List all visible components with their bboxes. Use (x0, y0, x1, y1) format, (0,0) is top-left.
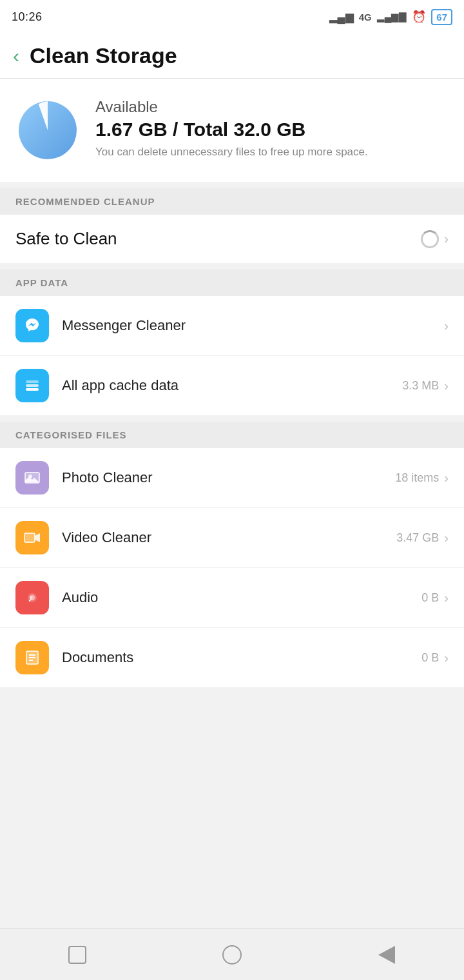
section-header-appdata: App Data (0, 270, 464, 296)
safe-to-clean-row[interactable]: Safe to Clean › (0, 215, 464, 263)
audio-value: 0 B (421, 591, 439, 605)
messenger-cleaner-icon (15, 309, 49, 342)
photo-cleaner-icon (15, 461, 49, 495)
messenger-cleaner-label: Messenger Cleaner (62, 317, 439, 334)
svg-rect-5 (26, 388, 39, 391)
section-header-recommended: RECOMMENDED CLEANUP (0, 188, 464, 215)
documents-label: Documents (62, 649, 421, 666)
svg-rect-4 (26, 384, 39, 387)
storage-info: Available 1.67 GB / Total 32.0 GB You ca… (95, 98, 449, 160)
nav-back-button[interactable] (371, 939, 403, 971)
loading-spinner (421, 230, 439, 248)
svg-rect-11 (24, 533, 35, 542)
list-item-documents[interactable]: Documents 0 B › (0, 628, 464, 687)
video-cleaner-label: Video Cleaner (62, 529, 396, 546)
photo-cleaner-value: 18 items (395, 471, 439, 485)
status-time: 10:26 (12, 10, 43, 24)
photo-cleaner-label: Photo Cleaner (62, 469, 395, 486)
chevron-audio: › (444, 591, 449, 605)
alarm-icon: ⏰ (412, 10, 426, 24)
list-item-audio[interactable]: ♪ Audio 0 B › (0, 568, 464, 628)
video-cleaner-icon (15, 521, 49, 554)
list-item-video-cleaner[interactable]: Video Cleaner 3.47 GB › (0, 508, 464, 568)
chevron-cache: › (444, 378, 449, 393)
signal-icon: ▂▄▆ (329, 10, 354, 24)
bottom-nav (0, 928, 464, 980)
cache-value: 3.3 MB (402, 379, 439, 393)
nav-triangle-icon (378, 946, 395, 964)
audio-icon: ♪ (15, 581, 49, 614)
list-item-photo-cleaner[interactable]: Photo Cleaner 18 items › (0, 448, 464, 508)
list-item-messenger-cleaner[interactable]: Messenger Cleaner › (0, 296, 464, 356)
signal-icon-2: ▂▄▆▇ (377, 11, 407, 23)
status-bar: 10:26 ▂▄▆ 4G ▂▄▆▇ ⏰ 67 (0, 0, 464, 34)
cache-label: All app cache data (62, 377, 402, 394)
pie-chart (15, 98, 80, 162)
list-item-all-app-cache[interactable]: All app cache data 3.3 MB › (0, 356, 464, 415)
audio-label: Audio (62, 589, 421, 606)
chevron-safe-clean: › (444, 231, 449, 246)
storage-card: Available 1.67 GB / Total 32.0 GB You ca… (0, 79, 464, 182)
storage-description: You can delete unnecessary files to free… (95, 144, 449, 160)
cache-icon (15, 369, 49, 402)
section-header-categorised: CATEGORISED FILES (0, 422, 464, 448)
storage-label: Available (95, 98, 449, 116)
categorised-files-list: Photo Cleaner 18 items › Video Cleaner 3… (0, 448, 464, 687)
chevron-documents: › (444, 651, 449, 665)
safe-to-clean-label: Safe to Clean (15, 229, 421, 249)
chevron-video: › (444, 531, 449, 545)
battery-indicator: 67 (431, 9, 452, 25)
nav-square-icon (68, 946, 86, 964)
video-cleaner-value: 3.47 GB (396, 531, 439, 545)
documents-icon (15, 641, 49, 674)
back-button[interactable]: ‹ (13, 46, 19, 66)
network-type: 4G (359, 12, 372, 23)
svg-rect-3 (26, 380, 39, 383)
chevron-photo: › (444, 471, 449, 485)
app-data-list: Messenger Cleaner › All app cache data 3… (0, 296, 464, 415)
page-title: Clean Storage (30, 43, 177, 68)
storage-amount: 1.67 GB / Total 32.0 GB (95, 119, 449, 141)
chevron-messenger: › (444, 318, 449, 333)
nav-circle-icon (222, 945, 242, 965)
nav-home-button[interactable] (216, 939, 248, 971)
status-right: ▂▄▆ 4G ▂▄▆▇ ⏰ 67 (329, 9, 452, 25)
svg-text:♪: ♪ (28, 593, 33, 603)
documents-value: 0 B (421, 651, 439, 665)
title-bar: ‹ Clean Storage (0, 34, 464, 79)
nav-recents-button[interactable] (61, 939, 93, 971)
